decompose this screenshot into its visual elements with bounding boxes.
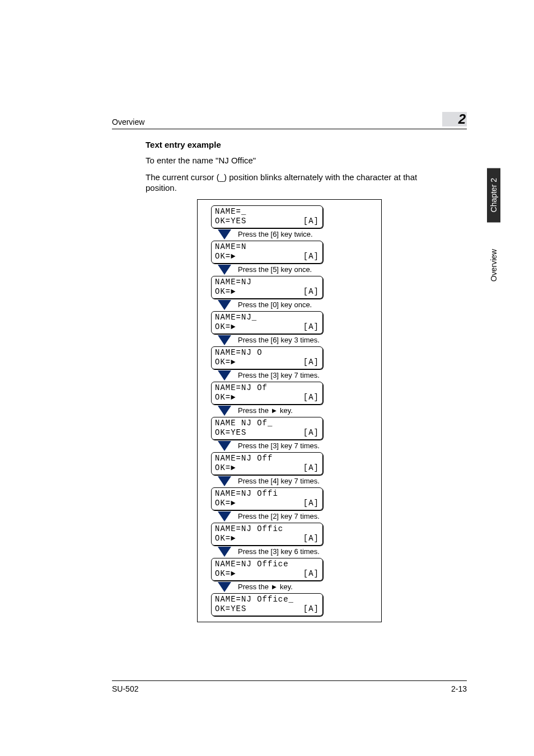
lcd-line-1: NAME=N <box>215 242 319 252</box>
side-tab-section: Overview <box>487 239 500 292</box>
lcd-name-value: NAME=NJ Of <box>215 383 268 393</box>
lcd-screen: NAME=NOK=►[A] <box>211 241 323 264</box>
lcd-name-value: NAME=_ <box>215 207 246 217</box>
lcd-screen: NAME=_OK=YES[A] <box>211 205 323 228</box>
lcd-line-2: OK=►[A] <box>215 569 319 579</box>
lcd-ok-value: OK=YES <box>215 217 246 227</box>
step-row: Press the ► key. <box>218 406 371 416</box>
lcd-mode-value: [A] <box>303 499 319 509</box>
arrow-down-icon <box>218 547 231 557</box>
lcd-screen: NAME=NJ_OK=►[A] <box>211 311 323 334</box>
arrow-down-icon <box>218 441 231 451</box>
lcd-ok-value: OK=► <box>215 569 236 579</box>
arrow-down-icon <box>218 406 231 416</box>
lcd-mode-value: [A] <box>303 463 319 473</box>
lcd-ok-value: OK=► <box>215 499 236 509</box>
step-row: Press the [3] key 6 times. <box>218 547 371 557</box>
right-arrow-icon: ► <box>271 406 278 415</box>
lcd-ok-value: OK=► <box>215 252 236 262</box>
page: Overview 2 Text entry example To enter t… <box>0 0 534 756</box>
lcd-screen: NAME NJ Of_OK=YES[A] <box>211 417 323 440</box>
lcd-screen: NAME=NJ OOK=►[A] <box>211 346 323 369</box>
step-row: Press the ► key. <box>218 582 371 592</box>
lcd-screen: NAME=NJ OfOK=►[A] <box>211 382 323 405</box>
lcd-line-1: NAME=NJ Of <box>215 383 319 393</box>
lcd-mode-value: [A] <box>303 428 319 438</box>
side-tabs: Chapter 2 Overview <box>487 168 500 292</box>
lcd-line-2: OK=►[A] <box>215 393 319 403</box>
lcd-ok-value: OK=► <box>215 322 236 332</box>
step-instruction: Press the [3] key 6 times. <box>238 547 320 556</box>
lcd-name-value: NAME=NJ Office_ <box>215 595 294 605</box>
step-instruction: Press the [5] key once. <box>238 265 312 274</box>
lcd-line-2: OK=►[A] <box>215 534 319 544</box>
step-row: Press the [2] key 7 times. <box>218 511 371 522</box>
lcd-line-2: OK=►[A] <box>215 287 319 297</box>
lcd-ok-value: OK=► <box>215 393 236 403</box>
text-entry-diagram: NAME=_OK=YES[A]Press the [6] key twice.N… <box>197 199 382 622</box>
lcd-screen: NAME=NJOK=►[A] <box>211 276 323 299</box>
content-area: Text entry example To enter the name "NJ… <box>146 140 433 622</box>
lcd-screen: NAME=NJ OfficeOK=►[A] <box>211 558 323 581</box>
arrow-down-icon <box>218 229 231 240</box>
lcd-line-1: NAME NJ Of_ <box>215 419 319 429</box>
lcd-ok-value: OK=YES <box>215 604 246 614</box>
lcd-line-2: OK=►[A] <box>215 252 319 262</box>
footer-model: SU-502 <box>112 684 138 693</box>
lcd-ok-value: OK=► <box>215 534 236 544</box>
arrow-down-icon <box>218 511 231 522</box>
lcd-line-2: OK=►[A] <box>215 358 319 368</box>
lcd-mode-value: [A] <box>303 358 319 368</box>
lcd-screen: NAME=NJ Office_OK=YES[A] <box>211 593 323 616</box>
lcd-line-1: NAME=NJ_ <box>215 313 319 323</box>
step-instruction: Press the ► key. <box>238 583 293 591</box>
step-instruction: Press the [2] key 7 times. <box>238 512 320 520</box>
arrow-down-icon <box>218 582 231 592</box>
step-instruction: Press the [0] key once. <box>238 300 312 309</box>
lcd-line-1: NAME=NJ Offi <box>215 489 319 499</box>
chapter-number-box: 2 <box>442 112 467 126</box>
step-instruction: Press the ► key. <box>238 406 293 415</box>
cursor-note-paragraph: The current cursor (_) position blinks a… <box>146 172 433 194</box>
lcd-ok-value: OK=► <box>215 463 236 473</box>
lcd-name-value: NAME=NJ_ <box>215 313 257 323</box>
step-row: Press the [5] key once. <box>218 265 371 275</box>
step-instruction: Press the [3] key 7 times. <box>238 371 320 379</box>
lcd-mode-value: [A] <box>303 569 319 579</box>
intro-paragraph: To enter the name "NJ Office" <box>146 155 433 166</box>
lcd-mode-value: [A] <box>303 534 319 544</box>
lcd-line-2: OK=YES[A] <box>215 217 319 227</box>
lcd-line-2: OK=►[A] <box>215 322 319 332</box>
header-section-name: Overview <box>112 118 144 126</box>
lcd-line-2: OK=YES[A] <box>215 428 319 438</box>
arrow-down-icon <box>218 370 231 381</box>
lcd-name-value: NAME=NJ <box>215 278 252 288</box>
lcd-line-2: OK=►[A] <box>215 499 319 509</box>
lcd-ok-value: OK=► <box>215 287 236 297</box>
lcd-name-value: NAME=NJ Offic <box>215 524 283 534</box>
lcd-line-1: NAME=NJ Office <box>215 560 319 570</box>
lcd-screen: NAME=NJ OfficOK=►[A] <box>211 523 323 546</box>
lcd-mode-value: [A] <box>303 604 319 614</box>
lcd-screen: NAME=NJ OffOK=►[A] <box>211 452 323 475</box>
lcd-line-1: NAME=_ <box>215 207 319 217</box>
lcd-name-value: NAME=NJ Offi <box>215 489 278 499</box>
lcd-name-value: NAME=NJ Off <box>215 454 273 464</box>
lcd-line-2: OK=►[A] <box>215 463 319 473</box>
step-row: Press the [0] key once. <box>218 300 371 310</box>
lcd-line-1: NAME=NJ Office_ <box>215 595 319 605</box>
lcd-ok-value: OK=YES <box>215 428 246 438</box>
step-row: Press the [3] key 7 times. <box>218 441 371 451</box>
lcd-mode-value: [A] <box>303 393 319 403</box>
lcd-name-value: NAME=NJ O <box>215 348 263 358</box>
lcd-mode-value: [A] <box>303 217 319 227</box>
lcd-screen: NAME=NJ OffiOK=►[A] <box>211 487 323 510</box>
step-row: Press the [3] key 7 times. <box>218 370 371 381</box>
lcd-mode-value: [A] <box>303 287 319 297</box>
lcd-line-2: OK=YES[A] <box>215 604 319 614</box>
step-instruction: Press the [4] key 7 times. <box>238 477 320 485</box>
lcd-line-1: NAME=NJ <box>215 278 319 288</box>
section-heading: Text entry example <box>146 140 433 149</box>
lcd-line-1: NAME=NJ Offic <box>215 524 319 534</box>
lcd-name-value: NAME=NJ Office <box>215 560 289 570</box>
